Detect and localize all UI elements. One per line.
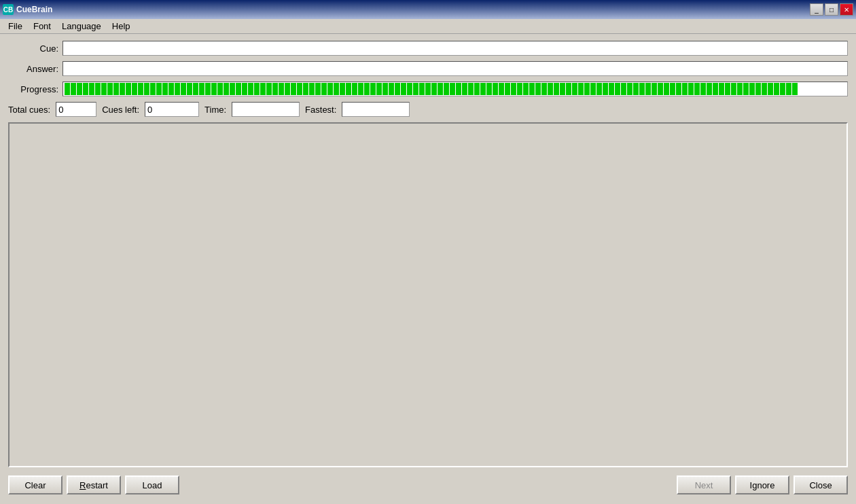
progress-segment [694, 83, 700, 95]
progress-segment [762, 83, 767, 95]
progress-segment [175, 83, 180, 95]
progress-segment [199, 83, 204, 95]
progress-segment [645, 83, 651, 95]
progress-segment [786, 83, 791, 95]
progress-segment [272, 83, 278, 95]
ignore-button[interactable]: Ignore [735, 475, 789, 494]
progress-segment [719, 83, 724, 95]
progress-label: Progress: [8, 84, 63, 94]
fastest-input[interactable] [342, 102, 410, 117]
window-close-button[interactable]: ✕ [840, 3, 853, 16]
progress-segment [144, 83, 149, 95]
answer-label: Answer: [8, 64, 63, 74]
progress-segment [321, 83, 327, 95]
content-area [8, 122, 848, 467]
progress-segment [456, 83, 461, 95]
progress-segment [266, 83, 272, 95]
clear-button[interactable]: Clear [8, 475, 63, 494]
progress-segment [205, 83, 211, 95]
progress-segment [713, 83, 718, 95]
cues-left-label: Cues left: [102, 105, 139, 115]
progress-segment [480, 83, 486, 95]
progress-segment [731, 83, 736, 95]
progress-segment [584, 83, 590, 95]
progress-segment [150, 83, 156, 95]
progress-segment [71, 83, 76, 95]
menu-file[interactable]: File [3, 20, 28, 33]
progress-segment [700, 83, 706, 95]
progress-segment [358, 83, 363, 95]
title-bar: CB CueBrain _ □ ✕ [0, 0, 856, 19]
progress-segment [566, 83, 571, 95]
progress-segment [132, 83, 137, 95]
progress-segment [768, 83, 773, 95]
progress-segment [352, 83, 357, 95]
progress-segment [682, 83, 688, 95]
load-button[interactable]: Load [125, 475, 179, 494]
main-window: Cue: Answer: Progress: Total cues: Cues … [0, 34, 856, 504]
progress-segment [77, 83, 82, 95]
progress-segment [297, 83, 302, 95]
progress-segment [211, 83, 217, 95]
progress-segment [138, 83, 143, 95]
progress-segment [389, 83, 394, 95]
progress-segment [236, 83, 241, 95]
progress-segment [529, 83, 535, 95]
progress-segment [376, 83, 382, 95]
progress-segment [120, 83, 125, 95]
progress-segment [419, 83, 425, 95]
progress-segment [315, 83, 321, 95]
progress-segment [792, 83, 798, 95]
progress-segment [652, 83, 657, 95]
progress-segment [303, 83, 308, 95]
progress-segment [334, 83, 339, 95]
time-input[interactable] [232, 102, 300, 117]
progress-segment [107, 83, 113, 95]
progress-segment [572, 83, 577, 95]
fastest-label: Fastest: [305, 105, 336, 115]
progress-segment [95, 83, 101, 95]
progress-segment [664, 83, 669, 95]
total-cues-label: Total cues: [8, 105, 50, 115]
progress-segment [578, 83, 584, 95]
close-button[interactable]: Close [793, 475, 848, 494]
menu-language[interactable]: Language [56, 20, 107, 33]
progress-segment [523, 83, 529, 95]
progress-segment [725, 83, 730, 95]
minimize-button[interactable]: _ [810, 3, 823, 16]
progress-segment [633, 83, 639, 95]
progress-segment [474, 83, 480, 95]
progress-segment [621, 83, 626, 95]
progress-segment [242, 83, 247, 95]
progress-segment [548, 83, 553, 95]
progress-segment [260, 83, 266, 95]
progress-segment [217, 83, 223, 95]
progress-segment [486, 83, 492, 95]
cue-label: Cue: [8, 43, 63, 54]
progress-segment [254, 83, 260, 95]
progress-segment [438, 83, 443, 95]
answer-input[interactable] [63, 61, 848, 76]
next-button[interactable]: Next [677, 475, 731, 494]
progress-segment [370, 83, 376, 95]
progress-segment [688, 83, 694, 95]
progress-segment [382, 83, 388, 95]
maximize-button[interactable]: □ [825, 3, 838, 16]
app-icon: CB [3, 4, 14, 15]
cues-left-input[interactable] [145, 102, 199, 117]
progress-segment [554, 83, 559, 95]
progress-segment [468, 83, 474, 95]
progress-segment [755, 83, 761, 95]
menu-help[interactable]: Help [107, 20, 136, 33]
progress-segment [364, 83, 370, 95]
restart-button[interactable]: Restart [67, 475, 121, 494]
progress-segment [560, 83, 565, 95]
cue-input[interactable] [63, 41, 848, 56]
bottom-right-buttons: Next Ignore Close [677, 475, 848, 494]
progress-segment [401, 83, 406, 95]
menu-font[interactable]: Font [28, 20, 56, 33]
progress-segment [450, 83, 455, 95]
bottom-left-buttons: Clear Restart Load [8, 475, 179, 494]
progress-segment [590, 83, 596, 95]
total-cues-input[interactable] [56, 102, 96, 117]
